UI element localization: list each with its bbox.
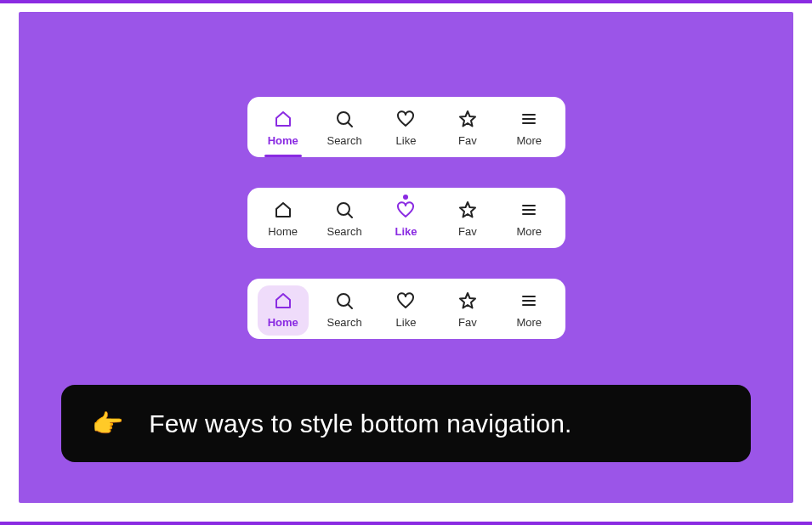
nav-label: Home [268, 316, 298, 329]
nav-item-like[interactable]: Like [380, 200, 431, 238]
search-icon [334, 291, 355, 311]
home-icon [273, 109, 293, 129]
nav-label: Home [268, 134, 298, 147]
nav-label: Search [327, 316, 361, 329]
demo-stage: Home Search Like Fav More Hom [19, 12, 793, 503]
star-icon [457, 200, 478, 220]
bottom-nav-underline: Home Search Like Fav More [247, 97, 565, 157]
nav-label: Search [327, 134, 361, 147]
heart-icon [395, 200, 416, 220]
top-border-stripe [0, 0, 812, 3]
svg-line-11 [348, 304, 352, 308]
more-icon [519, 200, 539, 220]
caption-text: Few ways to style bottom navigation. [149, 409, 571, 438]
nav-item-like[interactable]: Like [380, 291, 431, 329]
search-icon [334, 109, 355, 129]
nav-item-more[interactable]: More [503, 291, 554, 329]
star-icon [457, 109, 478, 129]
nav-label: Fav [458, 225, 477, 238]
caption-box: 👉 Few ways to style bottom navigation. [61, 385, 751, 462]
pointing-finger-icon: 👉 [92, 409, 123, 438]
nav-item-fav[interactable]: Fav [442, 109, 493, 147]
nav-label: More [516, 134, 542, 147]
more-icon [519, 109, 539, 129]
nav-label: Home [268, 225, 298, 238]
nav-item-search[interactable]: Search [319, 109, 370, 147]
nav-label: Fav [458, 316, 477, 329]
nav-label: Fav [458, 134, 477, 147]
nav-label: Like [396, 316, 417, 329]
nav-label: More [516, 316, 542, 329]
nav-item-like[interactable]: Like [380, 109, 431, 147]
nav-label: Like [396, 134, 417, 147]
active-notch-dot [403, 195, 408, 200]
bottom-nav-notch: Home Search Like Fav More [247, 188, 565, 248]
nav-item-home[interactable]: Home [258, 200, 309, 238]
nav-label: Search [327, 225, 361, 238]
nav-item-search[interactable]: Search [319, 200, 370, 238]
nav-item-more[interactable]: More [503, 200, 554, 238]
search-icon [334, 200, 355, 220]
heart-icon [395, 291, 416, 311]
star-icon [457, 291, 478, 311]
nav-item-fav[interactable]: Fav [442, 200, 493, 238]
nav-label: Like [395, 225, 417, 238]
heart-icon [395, 109, 416, 129]
nav-item-home[interactable]: Home [258, 285, 309, 336]
svg-line-6 [348, 213, 352, 217]
home-icon [273, 291, 293, 311]
nav-item-home[interactable]: Home [258, 109, 309, 147]
nav-item-more[interactable]: More [503, 109, 554, 147]
nav-item-search[interactable]: Search [319, 291, 370, 329]
bottom-nav-pill: Home Search Like Fav More [247, 279, 565, 339]
nav-label: More [516, 225, 542, 238]
svg-line-1 [348, 122, 352, 127]
home-icon [273, 200, 293, 220]
more-icon [519, 291, 539, 311]
nav-item-fav[interactable]: Fav [442, 291, 493, 329]
bottom-border-stripe [0, 522, 812, 525]
